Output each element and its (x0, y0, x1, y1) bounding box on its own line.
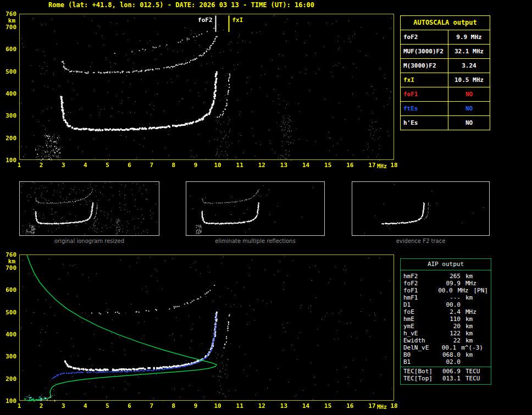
param-label: M(3000)F2 (401, 59, 448, 73)
param-value: 22 (439, 337, 461, 344)
table-row-muf3000f2: MUF(3000)F2 32.1 MHz (401, 44, 490, 58)
autoscala-output-panel: AUTOSCALA output foF2 9.9 MHz MUF(3000)F… (400, 15, 490, 130)
param-value: 00.0 (434, 287, 452, 294)
param-unit: km (465, 294, 473, 301)
param-label: h_vE (403, 330, 439, 337)
autoscala-app-window: { "header": { "title": "Rome (lat: +41.8… (0, 0, 532, 415)
param-value: 02.0 (439, 358, 461, 366)
table-row-fof2: foF2 9.9 MHz (401, 30, 490, 44)
param-value: 2.4 (439, 308, 461, 316)
param-unit: MHz (465, 280, 476, 287)
aip-row-d1: D100.0 (401, 301, 491, 308)
autoscala-panel-title: AUTOSCALA output (401, 16, 490, 30)
param-note: [PN] (474, 287, 489, 294)
param-value: 00.0 (439, 301, 461, 308)
param-label: DelN_vE (403, 344, 436, 351)
thumb-evidence-f2-canvas (352, 182, 488, 234)
param-unit: TECU (465, 375, 480, 382)
param-label: MUF(3000)F2 (401, 45, 448, 58)
aip-output-panel: AIP output hmF2265km foF209.9MHz foF100.… (400, 258, 491, 385)
param-unit: TECU (465, 368, 480, 375)
aip-row-tec-bot: TEC[Bot]006.9TECU (401, 367, 491, 375)
param-label: fxI (401, 73, 448, 87)
param-label: D1 (403, 301, 439, 308)
param-label: TEC[Bot] (403, 368, 439, 375)
param-value: 265 (439, 273, 461, 280)
thumb-eliminate-multiples (186, 181, 325, 236)
param-unit: MHz (458, 287, 469, 294)
aip-row-hmf2: hmF2265km (401, 273, 491, 280)
thumb-original-ionogram (19, 181, 159, 236)
autoscala-ionogram-chart (0, 8, 398, 173)
param-value: --- (439, 294, 461, 301)
param-label: hmF1 (403, 294, 439, 301)
table-row-fxi: fxI 10.5 MHz (401, 73, 490, 87)
param-label: hmE (403, 316, 439, 323)
param-value: 3.24 (448, 59, 490, 73)
aip-row-tec-top: TEC[Top]013.1TECU (401, 375, 491, 382)
aip-row-fof2: foF209.9MHz (401, 280, 491, 287)
aip-row-delnve: DelN_vE00.1m^(-3) (401, 344, 491, 351)
thumb-evidence-f2 (352, 181, 490, 236)
aip-row-hmf1: hmF1---km (401, 294, 491, 301)
param-label: foF2 (403, 280, 439, 287)
param-value: 9.9 MHz (448, 30, 490, 44)
aip-row-ewidth: Ewidth22km (401, 337, 491, 344)
param-value: 32.1 MHz (448, 45, 490, 58)
param-value: NO (448, 116, 490, 130)
param-unit: MHz (465, 308, 476, 316)
param-value: 09.9 (439, 280, 461, 287)
thumb-caption-original: original ionogram resized (19, 238, 159, 244)
table-row-m3000f2: M(3000)F2 3.24 (401, 58, 490, 73)
table-row-ftes: ftEs NO (401, 101, 490, 115)
param-value: NO (448, 102, 490, 115)
param-value: 00.1 (436, 344, 456, 351)
param-label: hmF2 (403, 273, 439, 280)
param-value: 006.9 (439, 368, 461, 375)
param-label: B1 (403, 358, 439, 366)
aip-row-fof1: foF100.0MHz[PN] (401, 287, 491, 294)
thumb-original-canvas (20, 182, 158, 234)
aip-ionogram-chart (0, 248, 398, 413)
param-label: TEC[Top] (403, 375, 439, 382)
param-label: foF1 (401, 87, 448, 101)
param-value: NO (448, 87, 490, 101)
param-unit: m^(-3) (461, 344, 483, 351)
thumb-caption-eliminate-multiples: eliminate multiple reflections (186, 238, 325, 244)
param-value: 122 (439, 330, 461, 337)
param-value: 110 (439, 316, 461, 323)
thumb-caption-evidence-f2: evidence F2 trace (352, 238, 490, 244)
param-value: 10.5 MHz (448, 73, 490, 87)
param-unit: km (465, 351, 473, 358)
param-label: h'Es (401, 116, 448, 130)
param-label: ftEs (401, 102, 448, 115)
param-unit: km (465, 323, 473, 330)
aip-row-yme: ymE20km (401, 323, 491, 330)
aip-panel-title: AIP output (401, 259, 491, 270)
param-label: ymE (403, 323, 439, 330)
param-label: B0 (403, 351, 439, 358)
param-unit: km (465, 337, 473, 344)
param-label: foE (403, 308, 439, 316)
thumb-eliminate-multiples-canvas (186, 182, 323, 234)
param-label: foF1 (403, 287, 434, 294)
param-value: 068.0 (439, 351, 461, 358)
aip-row-b0: B0068.0km (401, 351, 491, 358)
param-unit: km (465, 273, 473, 280)
param-value: 013.1 (439, 375, 461, 382)
aip-row-hme: hmE110km (401, 316, 491, 323)
aip-row-b1: B102.0 (401, 358, 491, 366)
param-unit: km (465, 330, 473, 337)
aip-row-hve: h_vE122km (401, 330, 491, 337)
aip-row-foe: foE2.4MHz (401, 308, 491, 316)
param-value: 20 (439, 323, 461, 330)
table-row-hpes: h'Es NO (401, 115, 490, 130)
param-label: foF2 (401, 30, 448, 44)
param-unit: km (465, 316, 473, 323)
param-label: Ewidth (403, 337, 439, 344)
table-row-fof1: foF1 NO (401, 87, 490, 101)
